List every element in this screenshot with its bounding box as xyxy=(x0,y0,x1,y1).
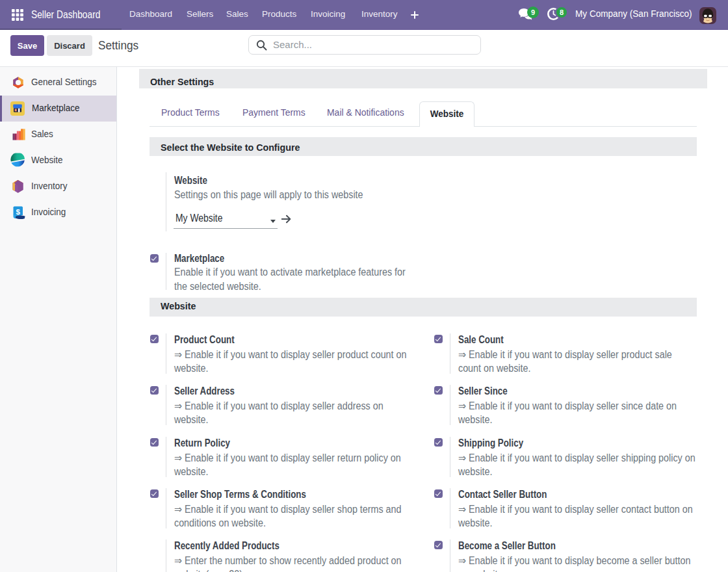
svg-text:$: $ xyxy=(16,208,21,216)
